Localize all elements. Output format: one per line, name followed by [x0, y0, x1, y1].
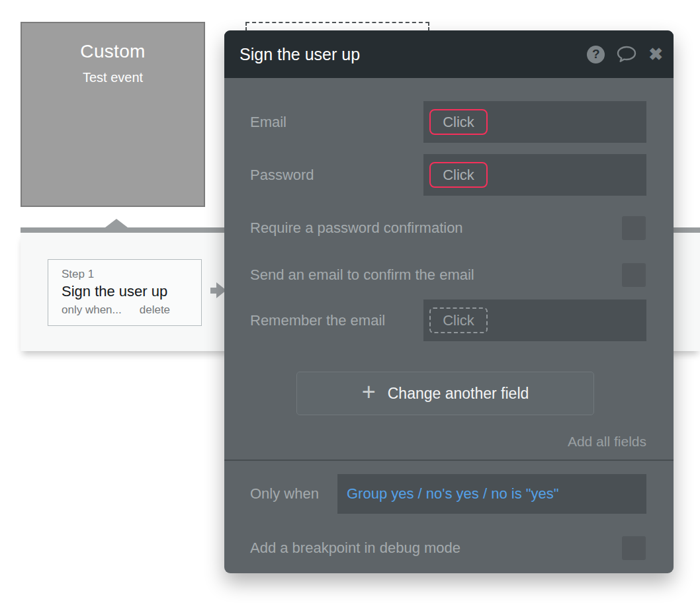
remember-email-field[interactable]: Click [423, 300, 646, 341]
help-icon[interactable]: ? [587, 46, 605, 63]
only-when-field[interactable]: Group yes / no's yes / no is "yes" [337, 474, 646, 514]
timeline-pointer-triangle [105, 219, 128, 227]
email-field[interactable]: Click [423, 101, 646, 143]
breakpoint-checkbox[interactable] [622, 536, 646, 560]
event-subtitle: Test event [22, 70, 204, 85]
only-when-expression[interactable]: Group yes / no's yes / no is "yes" [347, 485, 559, 502]
plus-icon: + [362, 378, 376, 406]
step-number-label: Step 1 [62, 268, 201, 281]
password-label: Password [250, 154, 314, 196]
sign-user-up-modal: Sign the user up ? ✖ Email Click Passwor… [224, 30, 674, 573]
only-when-label: Only when [250, 474, 319, 514]
change-field-button-label: Change another field [388, 385, 529, 403]
send-confirm-email-checkbox[interactable] [622, 263, 646, 287]
modal-title: Sign the user up [240, 45, 587, 64]
require-confirmation-label: Require a password confirmation [250, 216, 463, 240]
close-icon[interactable]: ✖ [648, 46, 663, 63]
footer-divider [224, 460, 674, 461]
email-label: Email [250, 101, 286, 143]
breakpoint-label: Add a breakpoint in debug mode [250, 536, 460, 560]
change-another-field-button[interactable]: + Change another field [296, 372, 594, 415]
step-title: Sign the user up [62, 283, 201, 300]
remember-email-click-button[interactable]: Click [429, 307, 488, 333]
send-confirm-email-label: Send an email to confirm the email [250, 263, 474, 287]
event-node-custom[interactable]: Custom Test event [21, 22, 205, 207]
email-click-button[interactable]: Click [429, 109, 488, 135]
modal-header: Sign the user up ? ✖ [224, 30, 674, 78]
step-only-when-link[interactable]: only when... [62, 303, 122, 317]
add-all-fields-link[interactable]: Add all fields [568, 434, 646, 450]
password-field[interactable]: Click [423, 154, 646, 196]
workflow-editor: Custom Test event Step 1 Sign the user u… [0, 0, 700, 603]
step-delete-link[interactable]: delete [140, 303, 170, 317]
step-card-1[interactable]: Step 1 Sign the user up only when... del… [48, 259, 202, 326]
require-confirmation-checkbox[interactable] [622, 216, 646, 240]
event-title: Custom [22, 41, 204, 62]
password-click-button[interactable]: Click [429, 162, 488, 188]
remember-email-label: Remember the email [250, 300, 385, 341]
comment-icon[interactable] [616, 45, 637, 63]
